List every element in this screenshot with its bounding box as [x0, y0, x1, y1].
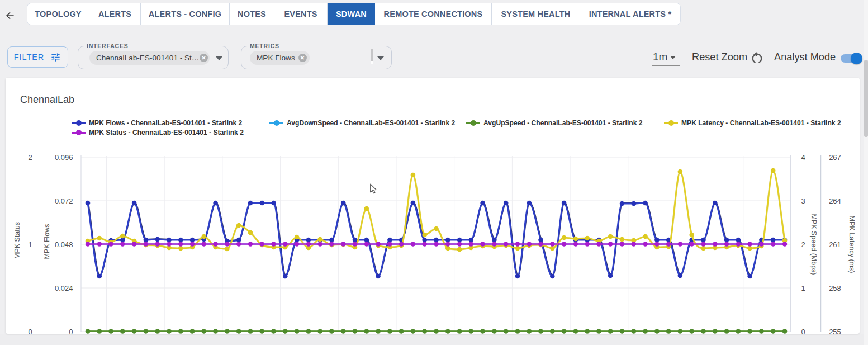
svg-text:0: 0	[69, 328, 73, 336]
svg-text:MPK Flows: MPK Flows	[43, 224, 51, 259]
svg-text:MPK Status: MPK Status	[13, 222, 21, 259]
svg-text:3: 3	[801, 197, 805, 205]
svg-text:267: 267	[829, 153, 841, 162]
svg-text:261: 261	[829, 240, 841, 249]
svg-text:4: 4	[801, 153, 805, 162]
svg-text:0: 0	[801, 328, 805, 336]
svg-text:255: 255	[829, 328, 841, 336]
svg-text:258: 258	[829, 284, 841, 292]
svg-text:0.048: 0.048	[55, 240, 73, 249]
svg-text:MPK Latency (ms): MPK Latency (ms)	[848, 216, 856, 273]
svg-text:MPK Speed (Mbps): MPK Speed (Mbps)	[810, 214, 818, 275]
svg-text:1: 1	[801, 284, 805, 292]
svg-text:0.072: 0.072	[55, 197, 73, 205]
svg-text:0.024: 0.024	[55, 284, 73, 292]
svg-text:2: 2	[28, 153, 32, 162]
svg-text:1: 1	[28, 240, 32, 249]
svg-text:2: 2	[801, 240, 805, 249]
svg-text:264: 264	[829, 197, 841, 205]
svg-text:0: 0	[28, 328, 32, 336]
svg-text:0.096: 0.096	[55, 153, 73, 162]
